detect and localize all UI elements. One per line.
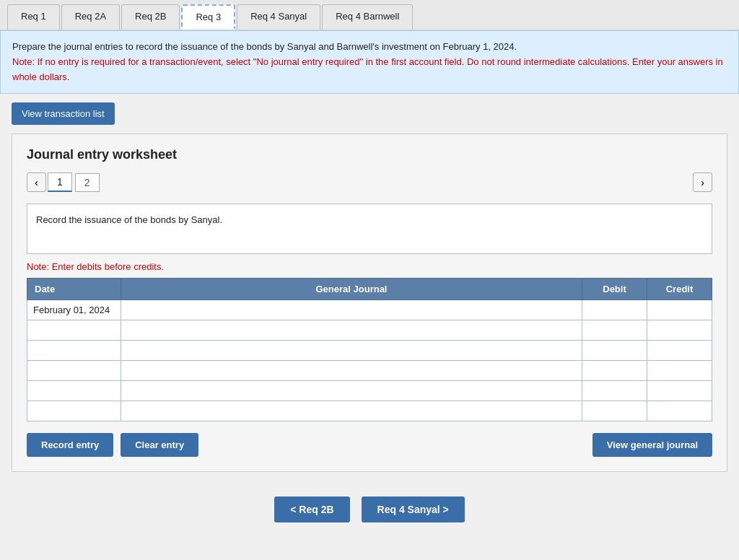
debit-cell-5[interactable] bbox=[582, 401, 647, 421]
table-row bbox=[27, 361, 712, 381]
debit-cell-4[interactable] bbox=[582, 381, 647, 401]
journal-input-1[interactable] bbox=[121, 320, 582, 340]
table-row bbox=[27, 320, 712, 341]
table-row bbox=[27, 341, 712, 361]
journal-cell-0[interactable] bbox=[121, 300, 582, 320]
journal-input-2[interactable] bbox=[121, 341, 582, 360]
worksheet-container: Journal entry worksheet ‹ 1 2 › Record t… bbox=[12, 134, 727, 472]
worksheet-title: Journal entry worksheet bbox=[27, 147, 712, 162]
entry-description-box: Record the issuance of the bonds by Sany… bbox=[27, 204, 712, 254]
journal-input-3[interactable] bbox=[121, 361, 582, 380]
date-cell-4 bbox=[27, 381, 121, 401]
prev-page-button[interactable]: ‹ bbox=[27, 172, 46, 192]
debits-note: Note: Enter debits before credits. bbox=[27, 261, 712, 272]
col-header-general-journal: General Journal bbox=[121, 279, 582, 300]
next-req-button[interactable]: Req 4 Sanyal > bbox=[362, 496, 465, 522]
tab-req4sanyal[interactable]: Req 4 Sanyal bbox=[237, 4, 320, 30]
bottom-nav: < Req 2B Req 4 Sanyal > bbox=[0, 484, 739, 544]
info-note-text: Note: If no entry is required for a tran… bbox=[12, 56, 723, 82]
debit-input-1[interactable] bbox=[582, 320, 647, 340]
table-row: February 01, 2024 bbox=[27, 300, 712, 320]
col-header-credit: Credit bbox=[647, 279, 712, 300]
journal-cell-4[interactable] bbox=[121, 381, 582, 401]
date-cell-3 bbox=[27, 361, 121, 381]
credit-cell-1[interactable] bbox=[647, 320, 712, 341]
tab-req2a[interactable]: Req 2A bbox=[61, 4, 120, 30]
journal-table: Date General Journal Debit Credit Februa… bbox=[27, 278, 712, 421]
debit-input-3[interactable] bbox=[582, 361, 647, 380]
credit-input-1[interactable] bbox=[647, 320, 712, 340]
tab-req2b[interactable]: Req 2B bbox=[121, 4, 180, 30]
date-cell-0: February 01, 2024 bbox=[27, 300, 121, 320]
date-cell-2 bbox=[27, 341, 121, 361]
debit-input-5[interactable] bbox=[582, 401, 647, 421]
journal-cell-1[interactable] bbox=[121, 320, 582, 341]
credit-cell-2[interactable] bbox=[647, 341, 712, 361]
journal-input-0[interactable] bbox=[121, 300, 582, 320]
debit-cell-3[interactable] bbox=[582, 361, 647, 381]
credit-input-4[interactable] bbox=[647, 381, 712, 401]
debit-cell-1[interactable] bbox=[582, 320, 647, 341]
page-1[interactable]: 1 bbox=[48, 172, 72, 192]
tab-req4barnwell[interactable]: Req 4 Barnwell bbox=[322, 4, 413, 30]
debit-input-0[interactable] bbox=[582, 300, 647, 320]
debit-cell-2[interactable] bbox=[582, 341, 647, 361]
credit-input-5[interactable] bbox=[647, 401, 712, 421]
credit-input-2[interactable] bbox=[647, 341, 712, 360]
view-transaction-button[interactable]: View transaction list bbox=[12, 102, 115, 125]
date-cell-1 bbox=[27, 320, 121, 341]
next-page-button[interactable]: › bbox=[693, 172, 712, 192]
table-row bbox=[27, 401, 712, 421]
credit-cell-4[interactable] bbox=[647, 381, 712, 401]
debit-input-4[interactable] bbox=[582, 381, 647, 401]
action-buttons: Record entry Clear entry View general jo… bbox=[27, 433, 712, 457]
credit-cell-3[interactable] bbox=[647, 361, 712, 381]
prev-req-button[interactable]: < Req 2B bbox=[274, 496, 349, 522]
journal-input-4[interactable] bbox=[121, 381, 582, 401]
page-2[interactable]: 2 bbox=[75, 173, 100, 192]
debit-cell-0[interactable] bbox=[582, 300, 647, 320]
tabs-bar: Req 1Req 2AReq 2BReq 3Req 4 SanyalReq 4 … bbox=[0, 0, 739, 30]
credit-cell-5[interactable] bbox=[647, 401, 712, 421]
journal-cell-3[interactable] bbox=[121, 361, 582, 381]
col-header-debit: Debit bbox=[582, 279, 647, 300]
col-header-date: Date bbox=[27, 279, 121, 300]
view-general-journal-button[interactable]: View general journal bbox=[592, 433, 712, 457]
clear-entry-button[interactable]: Clear entry bbox=[121, 433, 198, 457]
date-cell-5 bbox=[27, 401, 121, 421]
table-row bbox=[27, 381, 712, 401]
journal-input-5[interactable] bbox=[121, 401, 582, 421]
credit-cell-0[interactable] bbox=[647, 300, 712, 320]
pagination-row: ‹ 1 2 › bbox=[27, 172, 712, 192]
tab-req1[interactable]: Req 1 bbox=[7, 4, 60, 30]
info-box: Prepare the journal entries to record th… bbox=[0, 30, 739, 94]
info-main-text: Prepare the journal entries to record th… bbox=[12, 41, 517, 52]
journal-cell-5[interactable] bbox=[121, 401, 582, 421]
record-entry-button[interactable]: Record entry bbox=[27, 433, 113, 457]
journal-cell-2[interactable] bbox=[121, 341, 582, 361]
entry-description-text: Record the issuance of the bonds by Sany… bbox=[36, 214, 222, 225]
credit-input-3[interactable] bbox=[647, 361, 712, 380]
tab-req3[interactable]: Req 3 bbox=[181, 4, 235, 30]
credit-input-0[interactable] bbox=[647, 300, 712, 320]
debit-input-2[interactable] bbox=[582, 341, 647, 360]
